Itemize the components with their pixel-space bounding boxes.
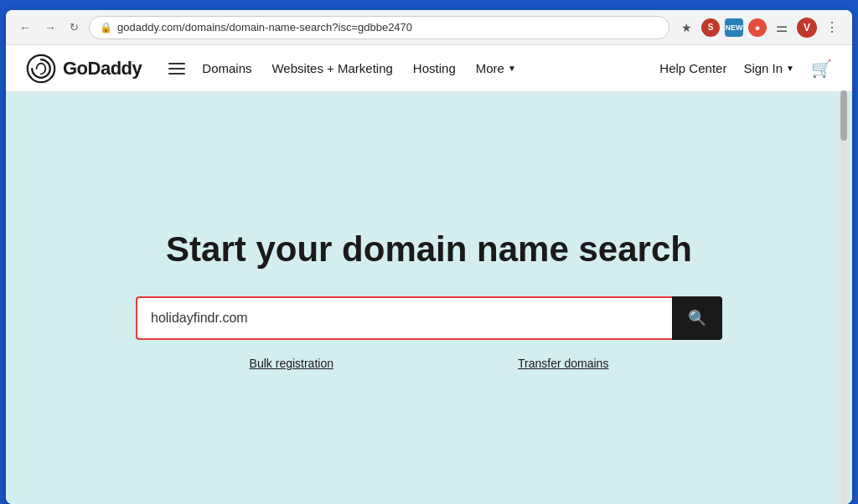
scrollbar-thumb[interactable] [840,90,847,141]
url-text: godaddy.com/domains/domain-name-search?i… [117,21,412,33]
bookmark-button[interactable]: ★ [676,18,696,38]
hero-title: Start your domain name search [166,229,692,270]
scrollbar-track [840,90,847,504]
logo: GoDaddy [26,54,142,84]
hamburger-line-3 [168,73,185,75]
nav-domains[interactable]: Domains [202,61,251,75]
nav-websites-marketing[interactable]: Websites + Marketing [271,61,392,75]
search-button[interactable]: 🔍 [672,296,722,340]
hamburger-button[interactable] [168,63,185,75]
transfer-domains-link[interactable]: Transfer domains [518,357,608,370]
more-chevron-icon: ▼ [508,64,516,73]
address-bar[interactable]: 🔒 godaddy.com/domains/domain-name-search… [89,16,669,39]
ext-icon-3[interactable]: ● [748,18,767,37]
nav-right: Help Center Sign In ▼ 🛒 [659,59,832,79]
forward-button[interactable]: → [41,18,59,38]
main-content: Start your domain name search 🔍 Bulk reg… [6,92,852,504]
sub-links: Bulk registration Transfer domains [250,357,609,370]
user-avatar[interactable]: V [797,18,817,38]
site-header: GoDaddy Domains Websites + Marketing Hos… [6,45,852,92]
domain-search-input[interactable] [136,296,672,340]
ext-icon-1[interactable]: S [701,18,720,37]
ext-icon-2[interactable]: NEW [725,18,743,37]
menu-button[interactable]: ⋮ [822,18,842,38]
godaddy-logo-icon [26,54,56,84]
search-container: 🔍 [136,296,722,340]
help-center-link[interactable]: Help Center [659,61,726,75]
lock-icon: 🔒 [100,22,112,33]
logo-text: GoDaddy [63,58,142,80]
signin-chevron-icon: ▼ [786,64,794,73]
sign-in-button[interactable]: Sign In ▼ [743,61,794,75]
hamburger-line-1 [168,63,185,64]
main-nav: Domains Websites + Marketing Hosting Mor… [202,61,659,75]
nav-more[interactable]: More ▼ [476,61,516,75]
search-icon: 🔍 [688,309,706,327]
back-button[interactable]: ← [16,18,34,38]
hamburger-line-2 [168,68,185,69]
ext-icon-4[interactable]: ⚌ [772,18,792,38]
cart-button[interactable]: 🛒 [811,59,832,79]
bulk-registration-link[interactable]: Bulk registration [250,357,333,370]
nav-hosting[interactable]: Hosting [413,61,456,75]
reload-button[interactable]: ↻ [66,18,82,37]
